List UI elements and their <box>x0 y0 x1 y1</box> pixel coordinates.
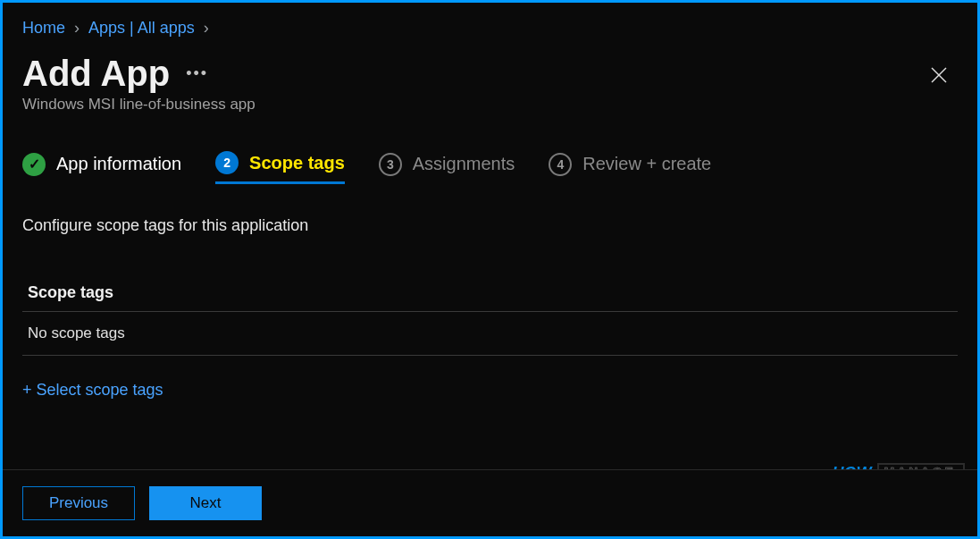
next-button[interactable]: Next <box>149 486 262 520</box>
wizard-steps: ✓ App information 2 Scope tags 3 Assignm… <box>22 151 958 184</box>
footer: Previous Next <box>3 469 977 536</box>
select-scope-tags-link[interactable]: + Select scope tags <box>22 381 163 400</box>
breadcrumb-apps[interactable]: Apps | All apps <box>88 19 195 38</box>
step-label: Assignments <box>413 154 515 174</box>
step-number-icon: 3 <box>379 153 402 176</box>
checkmark-icon: ✓ <box>22 153 46 176</box>
previous-button[interactable]: Previous <box>22 486 135 520</box>
close-icon[interactable] <box>931 65 947 88</box>
step-label: Scope tags <box>249 153 345 173</box>
step-label: App information <box>56 154 181 174</box>
table-header-scope-tags: Scope tags <box>22 274 958 312</box>
step-app-information[interactable]: ✓ App information <box>22 153 181 183</box>
step-review-create[interactable]: 4 Review + create <box>549 153 711 183</box>
section-description: Configure scope tags for this applicatio… <box>22 216 958 235</box>
breadcrumb-home[interactable]: Home <box>22 19 65 38</box>
step-scope-tags[interactable]: 2 Scope tags <box>215 151 345 184</box>
page-subtitle: Windows MSI line-of-business app <box>22 96 958 114</box>
step-label: Review + create <box>582 154 711 174</box>
chevron-right-icon: › <box>74 19 80 38</box>
page-title: Add App <box>22 54 170 94</box>
more-icon[interactable]: ••• <box>186 64 208 83</box>
breadcrumb: Home › Apps | All apps › <box>22 19 958 38</box>
step-number-icon: 4 <box>549 153 572 176</box>
step-number-icon: 2 <box>215 151 239 174</box>
step-assignments[interactable]: 3 Assignments <box>379 153 515 183</box>
table-row: No scope tags <box>22 312 958 356</box>
chevron-right-icon: › <box>204 19 209 38</box>
